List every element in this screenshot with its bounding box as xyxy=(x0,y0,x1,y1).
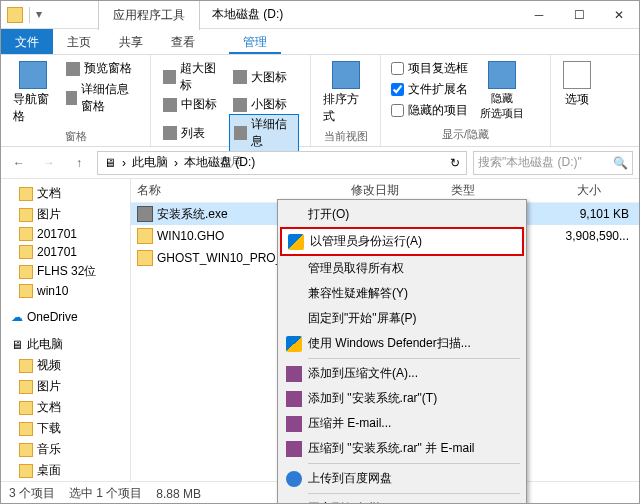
nav-tree[interactable]: 文档图片201701201701FLHS 32位win10☁OneDrive🖥此… xyxy=(1,179,131,481)
menu-item-label: 添加到 "安装系统.rar"(T) xyxy=(308,390,437,407)
view-xl-icons[interactable]: 超大图标 xyxy=(159,59,229,95)
view-details[interactable]: 详细信息 xyxy=(229,114,299,152)
onedrive-icon: ☁ xyxy=(11,310,23,324)
tree-node[interactable]: 视频 xyxy=(1,355,130,376)
tree-node[interactable]: 图片 xyxy=(1,204,130,225)
col-name[interactable]: 名称 xyxy=(131,182,351,199)
options-button[interactable]: 选项 xyxy=(559,59,595,142)
tree-node[interactable]: 桌面 xyxy=(1,460,130,481)
tree-node[interactable]: 201701 xyxy=(1,225,130,243)
up-button[interactable]: ↑ xyxy=(67,151,91,175)
rar-icon xyxy=(286,391,302,407)
ribbon-group-showhide: 项目复选框 文件扩展名 隐藏的项目 隐藏 所选项目 显示/隐藏 xyxy=(381,55,551,146)
status-item-count: 3 个项目 xyxy=(9,485,55,502)
group-label: 当前视图 xyxy=(319,127,372,144)
menu-separator xyxy=(308,493,520,494)
menu-share[interactable]: 共享 xyxy=(105,29,157,54)
minimize-button[interactable]: ─ xyxy=(519,1,559,29)
menu-separator xyxy=(308,463,520,464)
dropdown-icon[interactable]: ▾ xyxy=(36,7,52,23)
xl-icon xyxy=(163,70,176,84)
chevron-right-icon[interactable]: › xyxy=(172,156,180,170)
menu-item-label: 兼容性疑难解答(Y) xyxy=(308,285,408,302)
crumb-drive[interactable]: 本地磁盘 (D:) xyxy=(182,154,257,171)
rar-icon xyxy=(286,441,302,457)
context-menu-item[interactable]: 打开(O) xyxy=(280,202,524,227)
tree-node[interactable]: 文档 xyxy=(1,397,130,418)
chk-item-checkboxes[interactable]: 项目复选框 xyxy=(389,59,470,78)
context-menu-item[interactable]: 兼容性疑难解答(Y) xyxy=(280,281,524,306)
view-s-icons[interactable]: 小图标 xyxy=(229,95,299,114)
view-m-icons[interactable]: 中图标 xyxy=(159,95,229,114)
menu-item-label: 固定到任务栏(K) xyxy=(308,500,396,504)
context-menu-item[interactable]: 固定到任务栏(K) xyxy=(280,496,524,504)
folder-icon xyxy=(19,422,33,436)
folder-icon xyxy=(19,245,33,259)
maximize-button[interactable]: ☐ xyxy=(559,1,599,29)
view-l-icons[interactable]: 大图标 xyxy=(229,59,299,95)
status-selected: 选中 1 个项目 xyxy=(69,485,142,502)
context-menu-item[interactable]: 上传到百度网盘 xyxy=(280,466,524,491)
ribbon-group-layout: 超大图标 大图标 中图标 小图标 列表 详细信息 布局 xyxy=(151,55,311,146)
search-input[interactable]: 搜索"本地磁盘 (D:)" 🔍 xyxy=(473,151,633,175)
view-list[interactable]: 列表 xyxy=(159,114,229,152)
menu-manage[interactable]: 管理 xyxy=(229,29,281,54)
context-menu-item[interactable]: 压缩并 E-mail... xyxy=(280,411,524,436)
content-area: 文档图片201701201701FLHS 32位win10☁OneDrive🖥此… xyxy=(1,179,639,481)
tree-node[interactable]: FLHS 32位 xyxy=(1,261,130,282)
context-menu-item[interactable]: 添加到 "安装系统.rar"(T) xyxy=(280,386,524,411)
sort-icon xyxy=(332,61,360,89)
tree-onedrive[interactable]: ☁OneDrive xyxy=(1,308,130,326)
refresh-button[interactable]: ↻ xyxy=(448,156,462,170)
context-menu-item[interactable]: 管理员取得所有权 xyxy=(280,256,524,281)
nav-pane-icon xyxy=(19,61,47,89)
context-menu-item[interactable]: 固定到"开始"屏幕(P) xyxy=(280,306,524,331)
context-menu-item[interactable]: 压缩到 "安装系统.rar" 并 E-mail xyxy=(280,436,524,461)
menu-bar: 文件 主页 共享 查看 管理 xyxy=(1,29,639,55)
contextual-tabs: 应用程序工具 xyxy=(98,0,202,30)
menu-home[interactable]: 主页 xyxy=(53,29,105,54)
close-button[interactable]: ✕ xyxy=(599,1,639,29)
chevron-right-icon[interactable]: › xyxy=(120,156,128,170)
col-type[interactable]: 类型 xyxy=(451,182,531,199)
search-icon[interactable]: 🔍 xyxy=(613,156,628,170)
nav-pane-button[interactable]: 导航窗格 xyxy=(9,59,56,127)
window-title: 本地磁盘 (D:) xyxy=(202,0,293,29)
chk-hidden-items[interactable]: 隐藏的项目 xyxy=(389,101,470,120)
tree-node[interactable]: 下载 xyxy=(1,418,130,439)
tree-node[interactable]: 音乐 xyxy=(1,439,130,460)
chk-file-ext[interactable]: 文件扩展名 xyxy=(389,80,470,99)
context-menu-item[interactable]: 添加到压缩文件(A)... xyxy=(280,361,524,386)
file-icon xyxy=(137,228,153,244)
status-size: 8.88 MB xyxy=(156,487,201,501)
preview-pane-button[interactable]: 预览窗格 xyxy=(62,59,142,78)
tree-node[interactable]: 文档 xyxy=(1,183,130,204)
breadcrumb[interactable]: 🖥 › 此电脑 › 本地磁盘 (D:) ↻ xyxy=(97,151,467,175)
s-icon xyxy=(233,98,247,112)
menu-item-label: 压缩到 "安装系统.rar" 并 E-mail xyxy=(308,440,475,457)
menu-file[interactable]: 文件 xyxy=(1,29,53,54)
group-label: 窗格 xyxy=(9,127,142,144)
tree-node[interactable]: 201701 xyxy=(1,243,130,261)
shield-icon xyxy=(286,336,302,352)
hide-selected-button[interactable]: 隐藏 所选项目 xyxy=(476,59,528,125)
tools-tab[interactable]: 应用程序工具 xyxy=(98,0,200,30)
menu-item-label: 使用 Windows Defender扫描... xyxy=(308,335,471,352)
file-size: 3,908,590... xyxy=(566,229,639,243)
menu-view[interactable]: 查看 xyxy=(157,29,209,54)
ribbon-group-options: 选项 xyxy=(551,55,601,146)
forward-button[interactable]: → xyxy=(37,151,61,175)
folder-icon xyxy=(19,401,33,415)
tree-node[interactable]: 图片 xyxy=(1,376,130,397)
sort-button[interactable]: 排序方式 xyxy=(319,59,372,127)
col-size[interactable]: 大小 xyxy=(531,182,611,199)
tree-this-pc[interactable]: 🖥此电脑 xyxy=(1,334,130,355)
back-button[interactable]: ← xyxy=(7,151,31,175)
tree-node[interactable]: win10 xyxy=(1,282,130,300)
nav-pane-label: 导航窗格 xyxy=(13,91,52,125)
crumb-this-pc[interactable]: 此电脑 xyxy=(130,154,170,171)
context-menu-item[interactable]: 以管理员身份运行(A) xyxy=(280,227,524,256)
col-date[interactable]: 修改日期 xyxy=(351,182,451,199)
details-pane-button[interactable]: 详细信息窗格 xyxy=(62,80,142,116)
context-menu-item[interactable]: 使用 Windows Defender扫描... xyxy=(280,331,524,356)
